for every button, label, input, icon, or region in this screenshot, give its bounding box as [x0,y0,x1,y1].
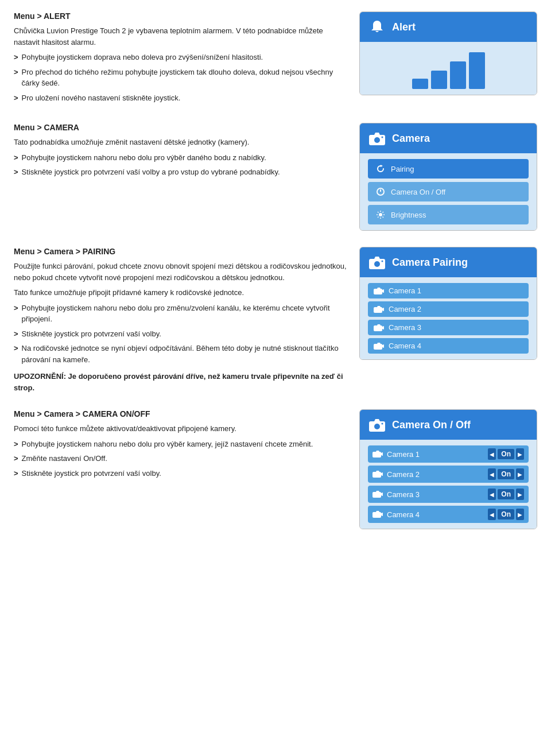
camera-menu-pairing[interactable]: Pairing [368,159,529,179]
onoff-arrow-icon-1: > [14,439,18,450]
pairing-arrow-2: > [14,328,18,340]
svg-rect-19 [374,325,382,331]
cam1-left-arrow[interactable]: ◀ [488,448,496,460]
camera-text-col: Menu > CAMERA Tato podnabídka umožňuje z… [14,123,348,231]
cam2-right-arrow[interactable]: ▶ [516,468,524,480]
camera-bullet-text-1: Pohybujte joystickem nahoru nebo dolu pr… [22,152,266,164]
camera-onoff-bullet-text-3: Stiskněte joystick pro potvrzení vaší vo… [22,468,161,479]
alert-bullet-2: > Pro přechod do tichého režimu pohybujt… [14,67,348,89]
alert-panel-header: Alert [360,12,537,42]
pairing-camera-2[interactable]: Camera 2 [368,301,529,317]
alert-panel: Alert [359,11,537,95]
cam4-left-arrow[interactable]: ◀ [488,509,496,520]
svg-rect-27 [372,512,381,518]
camera-onoff-header-icon [368,416,386,434]
pairing-panel-header: Camera Pairing [360,247,537,277]
camera-onoff-row-3[interactable]: Camera 3 ◀ On ▶ [368,486,529,503]
camera-onoff-bullet-3: > Stiskněte joystick pro potvrzení vaší … [14,468,348,479]
camera-onoff-bullet-2: > Změňte nastavení On/Off. [14,453,348,464]
camera-onoff-cam3-label: Camera 3 [387,490,420,499]
camera-menu-brightness[interactable]: Brightness [368,205,529,224]
alert-text-col: Menu > ALERT Chůvička Luvion Prestige To… [14,11,348,107]
pairing-camera-4[interactable]: Camera 4 [368,338,529,354]
pairing-bullet-1: > Pohybujte joystickem nahoru nebo dolu … [14,303,348,325]
camera-onoff-bullet-text-2: Změňte nastavení On/Off. [22,453,107,464]
svg-line-11 [383,217,384,218]
pairing-camera-3-label: Camera 3 [389,323,421,332]
cam3-left-arrow[interactable]: ◀ [488,489,496,500]
camera-panel: Camera Pairing [359,123,537,231]
camera-onoff-label: Camera On / Off [391,188,445,196]
cam-icon-3 [374,324,384,332]
cam1-right-arrow[interactable]: ▶ [516,448,524,460]
svg-point-5 [379,213,382,216]
bar-2 [431,71,447,89]
pairing-camera-icon [368,253,386,272]
pairing-icon [375,163,386,175]
camera-onoff-controls-2[interactable]: ◀ On ▶ [488,468,524,480]
camera-onoff-controls-4[interactable]: ◀ On ▶ [488,509,524,520]
svg-point-16 [382,261,383,262]
pairing-camera-1-label: Camera 1 [389,286,421,295]
svg-point-15 [374,261,380,267]
cam-icon-4 [374,342,384,350]
alert-bullet-text-1: Pohybujte joystickem doprava nebo doleva… [22,52,263,63]
pairing-bullet-2: > Stiskněte joystick pro potvrzení vaší … [14,328,348,340]
camera-ui-col: Camera Pairing [359,123,537,231]
arrow-icon-1: > [14,52,18,63]
alert-bullet-text-2: Pro přechod do tichého režimu pohybujte … [22,67,348,89]
camera-panel-body: Pairing Camera On / Off [360,153,537,230]
svg-line-13 [378,217,379,218]
alert-bullet-3: > Pro uložení nového nastavení stiskněte… [14,92,348,104]
camera-onoff-panel: Camera On / Off Camera 1 ◀ O [359,409,537,529]
pairing-camera-3[interactable]: Camera 3 [368,320,529,335]
camera-heading: Menu > CAMERA [14,123,348,132]
camera-onoff-controls-1[interactable]: ◀ On ▶ [488,448,524,460]
camera-onoff-bullet-text-1: Pohybujte joystickem nahoru nebo dolu pr… [22,439,313,450]
onoff-icon [375,186,386,197]
svg-line-12 [383,212,384,213]
camera-onoff-ui-col: Camera On / Off Camera 1 ◀ O [359,409,537,529]
cam-icon-1 [374,287,384,295]
alert-bullet-1: > Pohybujte joystickem doprava nebo dole… [14,52,348,63]
camera-onoff-panel-title: Camera On / Off [392,419,471,431]
cam4-right-arrow[interactable]: ▶ [516,509,524,520]
camera-onoff-row-4[interactable]: Camera 4 ◀ On ▶ [368,506,529,523]
cam3-right-arrow[interactable]: ▶ [516,489,524,500]
pairing-heading: Menu > Camera > PAIRING [14,247,348,256]
camera-menu-onoff[interactable]: Camera On / Off [368,182,529,201]
bar-1 [412,79,428,89]
pairing-panel-title: Camera Pairing [392,257,468,269]
cam2-left-arrow[interactable]: ◀ [488,468,496,480]
camera-onoff-row-2[interactable]: Camera 2 ◀ On ▶ [368,466,529,483]
alert-section: Menu > ALERT Chůvička Luvion Prestige To… [14,11,537,107]
camera-arrow-2: > [14,166,18,178]
camera-onoff-left-2: Camera 2 [372,470,420,479]
svg-line-10 [378,212,379,213]
arrow-icon-3: > [14,92,18,104]
pairing-camera-2-label: Camera 2 [389,305,421,313]
pairing-camera-1[interactable]: Camera 1 [368,283,529,298]
camera-onoff-row-1[interactable]: Camera 1 ◀ On ▶ [368,445,529,463]
svg-point-1 [374,137,380,143]
camera-onoff-section: Menu > Camera > CAMERA ON/OFF Pomocí tét… [14,409,537,529]
svg-point-23 [382,423,383,425]
cam-icon-2 [374,305,384,313]
alert-bell-icon [368,18,386,36]
alert-bullet-text-3: Pro uložení nového nastavení stiskněte j… [22,92,181,104]
pairing-arrow-1: > [14,303,18,325]
camera-onoff-cam4-label: Camera 4 [387,510,420,519]
pairing-bullet-3: > Na rodičovské jednotce se nyní objeví … [14,343,348,365]
camera-panel-title: Camera [392,133,430,145]
cam-onoff-icon-3 [372,490,383,498]
cam4-state: On [498,509,514,519]
pairing-text-col: Menu > Camera > PAIRING Použijte funkci … [14,247,348,393]
camera-onoff-left-3: Camera 3 [372,490,420,499]
svg-rect-17 [374,289,382,294]
pairing-camera-4-label: Camera 4 [389,342,421,350]
alert-heading: Menu > ALERT [14,11,348,21]
camera-onoff-controls-3[interactable]: ◀ On ▶ [488,489,524,500]
pairing-bullet-text-3: Na rodičovské jednotce se nyní objeví od… [22,343,348,365]
pairing-warning: UPOZORNĚNÍ: Je doporučeno provést párová… [14,371,348,393]
pairing-label: Pairing [391,165,414,173]
